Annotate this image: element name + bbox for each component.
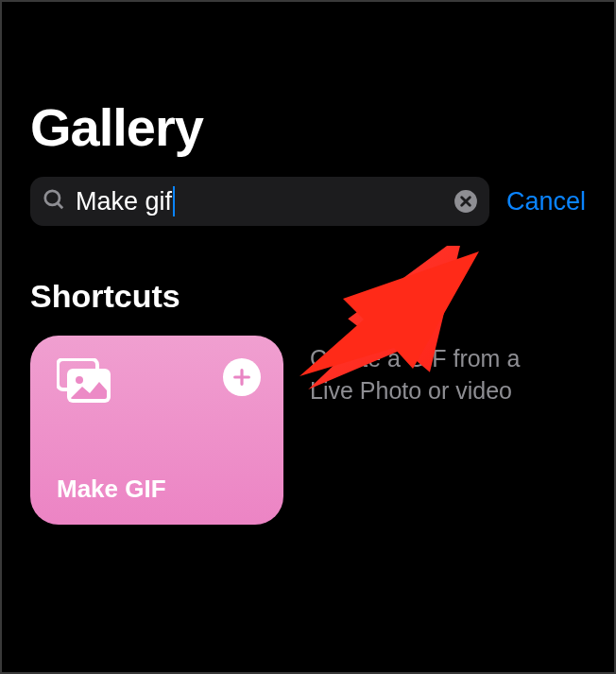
- shortcut-description: Create a GIF from a Live Photo or video: [310, 336, 556, 407]
- page-title: Gallery: [30, 96, 586, 158]
- search-icon: [42, 187, 66, 216]
- search-field[interactable]: Make gif: [30, 177, 489, 226]
- add-shortcut-button[interactable]: [223, 358, 261, 396]
- result-row: Make GIF Create a GIF from a Live Photo …: [30, 336, 586, 525]
- text-caret: [173, 186, 175, 216]
- search-input[interactable]: Make gif: [76, 186, 444, 216]
- photos-icon: [57, 358, 111, 407]
- card-header: [57, 358, 261, 407]
- x-circle-icon: [453, 189, 478, 214]
- svg-point-0: [45, 191, 60, 205]
- clear-search-button[interactable]: [453, 189, 478, 214]
- section-title-shortcuts: Shortcuts: [30, 278, 586, 315]
- shortcut-title: Make GIF: [57, 475, 261, 504]
- cancel-button[interactable]: Cancel: [506, 187, 586, 216]
- plus-icon: [231, 367, 252, 388]
- shortcut-card-make-gif[interactable]: Make GIF: [30, 336, 283, 525]
- search-input-value: Make gif: [76, 187, 172, 216]
- search-row: Make gif Cancel: [30, 177, 586, 226]
- svg-line-1: [58, 203, 62, 208]
- svg-point-6: [76, 376, 83, 384]
